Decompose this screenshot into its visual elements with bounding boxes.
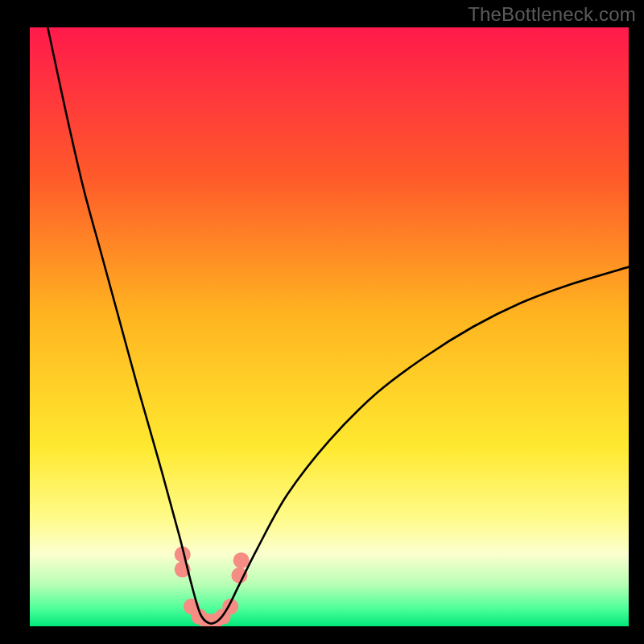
watermark-text: TheBottleneck.com (468, 3, 636, 26)
bottleneck-chart (0, 0, 644, 644)
trough-marker-dot (231, 568, 247, 584)
trough-marker-dot (233, 552, 250, 568)
plot-background (30, 27, 629, 626)
chart-stage: TheBottleneck.com (0, 0, 644, 644)
